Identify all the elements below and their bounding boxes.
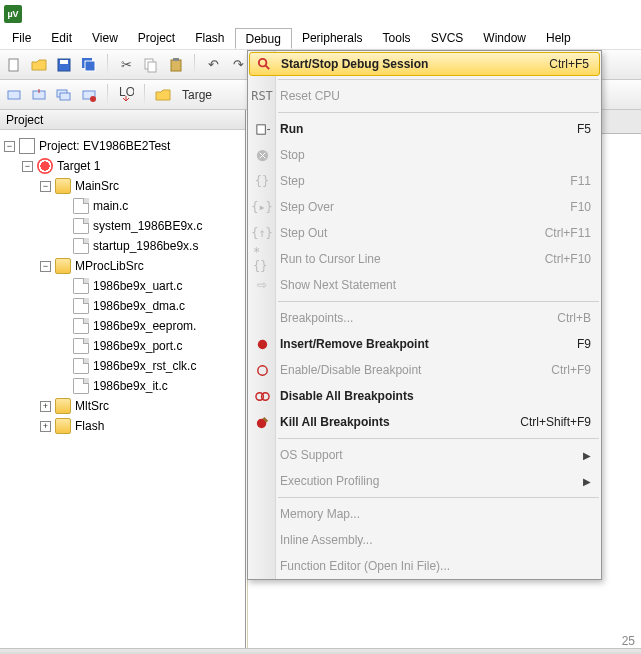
tree-expander[interactable]: +: [40, 421, 51, 432]
menu-peripherals[interactable]: Peripherals: [292, 28, 373, 49]
tree-label: 1986be9x_rst_clk.c: [93, 359, 196, 373]
bp-disable-icon: [253, 387, 271, 405]
menu-view[interactable]: View: [82, 28, 128, 49]
tree-label: 1986be9x_uart.c: [93, 279, 182, 293]
tree-expander[interactable]: −: [4, 141, 15, 152]
menu-bar: FileEditViewProjectFlashDebugPeripherals…: [0, 28, 641, 50]
menu-item-shortcut: Ctrl+B: [557, 311, 591, 325]
tree-label: 1986be9x_it.c: [93, 379, 168, 393]
folder-icon: [55, 398, 71, 414]
menu-window[interactable]: Window: [473, 28, 536, 49]
tree-row[interactable]: 1986be9x_dma.c: [4, 296, 243, 316]
menu-item-enable-disable-breakpoint: Enable/Disable BreakpointCtrl+F9: [248, 357, 601, 383]
menu-item-kill-all-breakpoints[interactable]: Kill All BreakpointsCtrl+Shift+F9: [248, 409, 601, 435]
title-bar: µV: [0, 0, 641, 28]
menu-item-label: Memory Map...: [280, 507, 591, 521]
file-icon: [73, 298, 89, 314]
menu-file[interactable]: File: [2, 28, 41, 49]
tree-label: MainSrc: [75, 179, 119, 193]
menu-item-shortcut: Ctrl+F5: [549, 57, 589, 71]
menu-item-label: Insert/Remove Breakpoint: [280, 337, 577, 351]
batch-build-icon[interactable]: [79, 85, 99, 105]
bp-hollow-icon: [253, 361, 271, 379]
copy-icon[interactable]: [141, 55, 161, 75]
translate-icon[interactable]: [4, 85, 24, 105]
menu-project[interactable]: Project: [128, 28, 185, 49]
tree-label: MltSrc: [75, 399, 109, 413]
menu-help[interactable]: Help: [536, 28, 581, 49]
menu-item-label: Enable/Disable Breakpoint: [280, 363, 551, 377]
tree-row[interactable]: startup_1986be9x.s: [4, 236, 243, 256]
tree-expander[interactable]: −: [40, 181, 51, 192]
menu-edit[interactable]: Edit: [41, 28, 82, 49]
menu-item-start-stop-debug-session[interactable]: Start/Stop Debug SessionCtrl+F5: [249, 52, 600, 76]
tree-expander[interactable]: −: [40, 261, 51, 272]
tree-row[interactable]: 1986be9x_eeprom.: [4, 316, 243, 336]
file-icon: [73, 318, 89, 334]
menu-separator: [278, 112, 599, 113]
debug-menu: Start/Stop Debug SessionCtrl+F5RSTReset …: [247, 50, 602, 580]
menu-item-inline-assembly: Inline Assembly...: [248, 527, 601, 553]
svg-rect-6: [148, 62, 156, 72]
menu-debug[interactable]: Debug: [235, 28, 292, 49]
tree-row[interactable]: 1986be9x_rst_clk.c: [4, 356, 243, 376]
project-tree[interactable]: −Project: EV1986BE2Test−Target 1−MainSrc…: [0, 130, 245, 442]
tree-row[interactable]: main.c: [4, 196, 243, 216]
menu-item-function-editor-open-ini-file: Function Editor (Open Ini File)...: [248, 553, 601, 579]
build-icon[interactable]: [29, 85, 49, 105]
menu-svcs[interactable]: SVCS: [421, 28, 474, 49]
save-all-icon[interactable]: [79, 55, 99, 75]
project-icon: [19, 138, 35, 154]
tree-label: Project: EV1986BE2Test: [39, 139, 170, 153]
menu-tools[interactable]: Tools: [373, 28, 421, 49]
rebuild-icon[interactable]: [54, 85, 74, 105]
download-icon[interactable]: LOAD: [116, 85, 136, 105]
tree-expander[interactable]: −: [22, 161, 33, 172]
menu-item-run[interactable]: RunF5: [248, 116, 601, 142]
tree-label: startup_1986be9x.s: [93, 239, 198, 253]
tree-row[interactable]: −MainSrc: [4, 176, 243, 196]
project-panel-title: Project: [0, 110, 245, 130]
tree-row[interactable]: 1986be9x_port.c: [4, 336, 243, 356]
file-icon: [73, 218, 89, 234]
target-options-icon[interactable]: [153, 85, 173, 105]
menu-item-shortcut: F9: [577, 337, 591, 351]
tree-label: MProcLibSrc: [75, 259, 144, 273]
save-icon[interactable]: [54, 55, 74, 75]
undo-icon[interactable]: ↶: [203, 55, 223, 75]
tree-row[interactable]: −Target 1: [4, 156, 243, 176]
tree-row[interactable]: −MProcLibSrc: [4, 256, 243, 276]
target-selector-label[interactable]: Targe: [182, 88, 212, 102]
menu-item-disable-all-breakpoints[interactable]: Disable All Breakpoints: [248, 383, 601, 409]
menu-item-label: Stop: [280, 148, 591, 162]
tree-row[interactable]: system_1986BE9x.c: [4, 216, 243, 236]
menu-item-label: Reset CPU: [280, 89, 591, 103]
new-file-icon[interactable]: [4, 55, 24, 75]
tree-row[interactable]: 1986be9x_uart.c: [4, 276, 243, 296]
svg-rect-8: [173, 58, 179, 61]
tree-label: Flash: [75, 419, 104, 433]
tree-row[interactable]: +MltSrc: [4, 396, 243, 416]
file-icon: [73, 238, 89, 254]
menu-item-insert-remove-breakpoint[interactable]: Insert/Remove BreakpointF9: [248, 331, 601, 357]
menu-flash[interactable]: Flash: [185, 28, 234, 49]
svg-point-14: [90, 96, 96, 102]
menu-item-label: Step Over: [280, 200, 570, 214]
menu-item-stop: Stop: [248, 142, 601, 168]
redo-icon[interactable]: ↷: [228, 55, 248, 75]
cut-icon[interactable]: ✂: [116, 55, 136, 75]
open-file-icon[interactable]: [29, 55, 49, 75]
tree-label: 1986be9x_eeprom.: [93, 319, 196, 333]
tree-row[interactable]: +Flash: [4, 416, 243, 436]
menu-item-label: OS Support: [280, 448, 583, 462]
menu-item-shortcut: Ctrl+Shift+F9: [520, 415, 591, 429]
tree-row[interactable]: 1986be9x_it.c: [4, 376, 243, 396]
tree-expander[interactable]: +: [40, 401, 51, 412]
folder-icon: [55, 178, 71, 194]
step-icon: {}: [253, 172, 271, 190]
menu-item-os-support: OS Support▶: [248, 442, 601, 468]
tree-row[interactable]: −Project: EV1986BE2Test: [4, 136, 243, 156]
menu-separator: [278, 438, 599, 439]
folder-icon: [55, 258, 71, 274]
paste-icon[interactable]: [166, 55, 186, 75]
